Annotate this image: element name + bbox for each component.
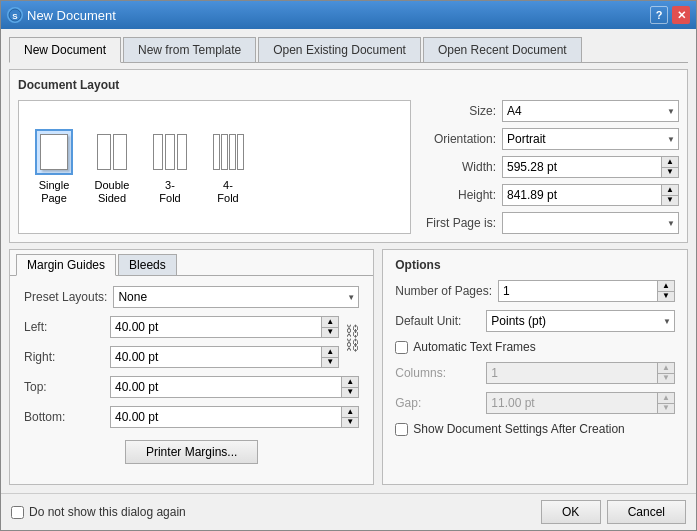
do-not-show-checkbox[interactable] [11, 506, 24, 519]
default-unit-label: Default Unit: [395, 314, 480, 328]
4fold-p3 [229, 134, 236, 170]
columns-down-btn[interactable]: ▼ [658, 373, 674, 384]
default-unit-select[interactable]: Points (pt) Millimeters (mm) Inches (in) [486, 310, 675, 332]
bottom-spinner-btns: ▲ ▼ [341, 407, 358, 427]
margin-section: Margin Guides Bleeds Preset Layouts: Non… [9, 249, 374, 485]
3fold-p2 [165, 134, 175, 170]
top-spinner-btns: ▲ ▼ [341, 377, 358, 397]
width-up-btn[interactable]: ▲ [662, 157, 678, 167]
options-section: Options Number of Pages: ▲ ▼ Default Uni… [382, 249, 688, 485]
gap-row: Gap: ▲ ▼ [395, 392, 675, 414]
single-page-label: SinglePage [39, 179, 70, 205]
bottom-sections: Margin Guides Bleeds Preset Layouts: Non… [9, 249, 688, 485]
top-down-btn[interactable]: ▼ [342, 387, 358, 398]
columns-label: Columns: [395, 366, 480, 380]
3fold-label: 3-Fold [159, 179, 180, 205]
orientation-row: Orientation: Portrait Landscape [421, 128, 679, 150]
footer-right: OK Cancel [541, 500, 686, 524]
gap-up-btn[interactable]: ▲ [658, 393, 674, 403]
left-row: Left: ▲ ▼ [24, 316, 339, 338]
columns-up-btn[interactable]: ▲ [658, 363, 674, 373]
doc-layout-title: Document Layout [18, 78, 679, 92]
3fold-p1 [153, 134, 163, 170]
tab-open-recent[interactable]: Open Recent Document [423, 37, 582, 62]
gap-label: Gap: [395, 396, 480, 410]
width-down-btn[interactable]: ▼ [662, 167, 678, 178]
tab-new-document[interactable]: New Document [9, 37, 121, 63]
auto-text-checkbox[interactable] [395, 341, 408, 354]
left-spinner: ▲ ▼ [110, 316, 339, 338]
orientation-select[interactable]: Portrait Landscape [502, 128, 679, 150]
preset-select[interactable]: None [113, 286, 359, 308]
bottom-input[interactable] [111, 407, 341, 427]
right-down-btn[interactable]: ▼ [322, 357, 338, 368]
right-up-btn[interactable]: ▲ [322, 347, 338, 357]
app-icon: S [7, 7, 23, 23]
document-layout-section: Document Layout SinglePage [9, 69, 688, 243]
columns-input[interactable] [487, 363, 657, 383]
sub-tab-margin-guides[interactable]: Margin Guides [16, 254, 116, 276]
left-up-btn[interactable]: ▲ [322, 317, 338, 327]
do-not-show-label[interactable]: Do not show this dialog again [29, 505, 186, 519]
bottom-row: Bottom: ▲ ▼ [24, 406, 359, 428]
show-settings-checkbox[interactable] [395, 423, 408, 436]
close-button[interactable]: ✕ [672, 6, 690, 24]
gap-down-btn[interactable]: ▼ [658, 403, 674, 414]
4fold-icon-wrap [209, 129, 247, 175]
right-input[interactable] [111, 347, 321, 367]
num-pages-down-btn[interactable]: ▼ [658, 291, 674, 302]
height-up-btn[interactable]: ▲ [662, 185, 678, 195]
width-spinner-btns: ▲ ▼ [661, 157, 678, 177]
left-input[interactable] [111, 317, 321, 337]
layout-4fold[interactable]: 4-Fold [209, 129, 247, 205]
num-pages-label: Number of Pages: [395, 284, 492, 298]
4fold-label: 4-Fold [217, 179, 238, 205]
tb-inputs: Top: ▲ ▼ Bottom: [24, 376, 359, 428]
orientation-label: Orientation: [421, 132, 496, 146]
titlebar-controls: ? ✕ [650, 6, 690, 24]
ok-button[interactable]: OK [541, 500, 601, 524]
bottom-down-btn[interactable]: ▼ [342, 417, 358, 428]
gap-input[interactable] [487, 393, 657, 413]
top-up-btn[interactable]: ▲ [342, 377, 358, 387]
layout-icons-area: SinglePage DoubleSided [18, 100, 411, 234]
height-input[interactable] [503, 185, 661, 205]
top-label: Top: [24, 380, 104, 394]
preset-row: Preset Layouts: None [24, 286, 359, 308]
num-pages-up-btn[interactable]: ▲ [658, 281, 674, 291]
double-sided-icon-wrap [93, 129, 131, 175]
cancel-button[interactable]: Cancel [607, 500, 686, 524]
default-unit-select-wrap: Points (pt) Millimeters (mm) Inches (in) [486, 310, 675, 332]
top-spinner: ▲ ▼ [110, 376, 359, 398]
width-input[interactable] [503, 157, 661, 177]
sub-tab-bleeds[interactable]: Bleeds [118, 254, 177, 275]
height-down-btn[interactable]: ▼ [662, 195, 678, 206]
size-select[interactable]: A4 A3 Letter [502, 100, 679, 122]
bottom-label: Bottom: [24, 410, 104, 424]
num-pages-spinner: ▲ ▼ [498, 280, 675, 302]
tab-open-existing[interactable]: Open Existing Document [258, 37, 421, 62]
titlebar-left: S New Document [7, 7, 116, 23]
width-label: Width: [421, 160, 496, 174]
left-down-btn[interactable]: ▼ [322, 327, 338, 338]
num-pages-input[interactable] [499, 281, 657, 301]
orientation-select-wrap: Portrait Landscape [502, 128, 679, 150]
link-bottom-icon: ⛓ [345, 338, 359, 352]
size-label: Size: [421, 104, 496, 118]
show-settings-label[interactable]: Show Document Settings After Creation [413, 422, 624, 436]
3fold-icon [153, 134, 187, 170]
show-settings-row: Show Document Settings After Creation [395, 422, 675, 436]
help-button[interactable]: ? [650, 6, 668, 24]
layout-double-sided[interactable]: DoubleSided [93, 129, 131, 205]
tab-new-from-template[interactable]: New from Template [123, 37, 256, 62]
top-input[interactable] [111, 377, 341, 397]
first-page-select[interactable] [502, 212, 679, 234]
size-select-wrap: A4 A3 Letter [502, 100, 679, 122]
auto-text-label[interactable]: Automatic Text Frames [413, 340, 535, 354]
gap-spinner-btns: ▲ ▼ [657, 393, 674, 413]
bottom-up-btn[interactable]: ▲ [342, 407, 358, 417]
printer-margins-button[interactable]: Printer Margins... [125, 440, 258, 464]
sub-tabs-bar: Margin Guides Bleeds [10, 250, 373, 276]
layout-3fold[interactable]: 3-Fold [151, 129, 189, 205]
layout-single-page[interactable]: SinglePage [35, 129, 73, 205]
